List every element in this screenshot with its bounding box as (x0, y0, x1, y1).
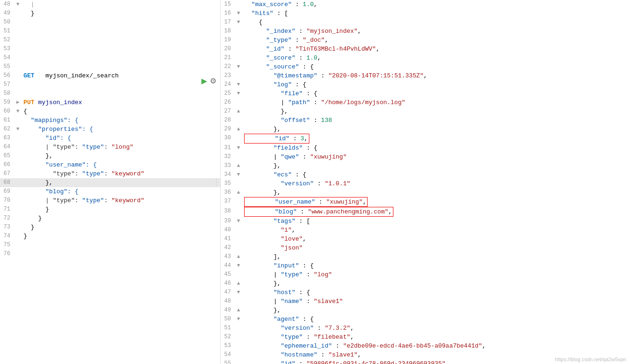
left-line-68[interactable]: 68 }, (0, 178, 220, 187)
fold-gutter[interactable]: ▼ (235, 9, 242, 18)
left-line-50[interactable]: 50 (0, 18, 220, 27)
fold-gutter[interactable]: ▼ (14, 107, 22, 116)
right-line-46[interactable]: 46▲ }, (221, 279, 630, 288)
right-line-31[interactable]: 31▼ "fields" : { (221, 144, 630, 152)
right-line-45[interactable]: 45 | "type" : "log" (221, 270, 630, 279)
left-line-75[interactable]: 75 (0, 241, 220, 250)
right-line-25[interactable]: 25▼ "file" : { (221, 89, 630, 98)
fold-gutter[interactable]: ▼ (235, 261, 242, 270)
right-line-18[interactable]: 18 "_index" : "myjson_index", (221, 27, 630, 36)
right-line-41[interactable]: 41 "love", (221, 235, 630, 243)
line-number: 45 (221, 270, 235, 279)
left-line-65[interactable]: 65 }, (0, 152, 220, 160)
fold-gutter[interactable]: ▼ (235, 315, 242, 324)
left-line-53[interactable]: 53 (0, 45, 220, 53)
left-line-64[interactable]: 64 | "type": "type": "long" (0, 143, 220, 152)
right-line-44[interactable]: 44▼ "input" : { (221, 261, 630, 270)
right-line-36[interactable]: 36▲ }, (221, 188, 630, 197)
right-line-23[interactable]: 23 "@timestamp" : "2020-08-14T07:15:51.3… (221, 71, 630, 80)
right-line-38[interactable]: 38 "blog" : "www.panchengming.com", (221, 207, 630, 217)
left-line-58[interactable]: 58 (0, 89, 220, 98)
fold-gutter[interactable]: ▼ (14, 0, 22, 9)
right-line-26[interactable]: 26 | "path" : "/home/logs/myjson.log" (221, 98, 630, 107)
left-line-60[interactable]: 60▼{ (0, 107, 220, 116)
right-line-16[interactable]: 16▼ "hits" : [ (221, 9, 630, 18)
right-line-19[interactable]: 19 "_type" : "_doc", (221, 36, 630, 45)
left-line-76[interactable]: 76 (0, 250, 220, 258)
right-line-53[interactable]: 53 "ephemeral_id" : "e2dbe09e-edcd-4ae6-… (221, 341, 630, 350)
line-content: "_source" : { (242, 62, 630, 71)
left-line-62[interactable]: 62▼ "properties": { (0, 125, 220, 134)
right-line-52[interactable]: 52 "type" : "filebeat", (221, 333, 630, 341)
left-line-61[interactable]: 61 "mappings": { (0, 116, 220, 125)
left-line-70[interactable]: 70 | "type": "type": "keyword" (0, 196, 220, 205)
fold-gutter[interactable]: ▼ (14, 125, 22, 134)
right-line-15[interactable]: 15 "max_score" : 1.0, (221, 0, 630, 9)
right-line-48[interactable]: 48 | "name" : "slave1" (221, 297, 630, 306)
left-line-74[interactable]: 74} (0, 232, 220, 241)
left-line-66[interactable]: 66 "user_name": { (0, 160, 220, 169)
right-line-37[interactable]: 37 "user_name" : "xuwujing", (221, 197, 630, 207)
run-button[interactable]: ▶ (201, 76, 207, 85)
right-line-24[interactable]: 24▼ "log" : { (221, 80, 630, 89)
fold-gutter[interactable]: ▼ (235, 18, 242, 27)
right-line-17[interactable]: 17▼ { (221, 18, 630, 27)
right-line-47[interactable]: 47▼ "host" : { (221, 288, 630, 297)
vertical-dots[interactable]: ⋮ (213, 0, 220, 364)
fold-gutter[interactable]: ▲ (235, 252, 242, 261)
left-line-73[interactable]: 73 } (0, 223, 220, 232)
left-line-48[interactable]: 48▼ | (0, 0, 220, 9)
left-line-55[interactable]: 55 (0, 62, 220, 71)
right-line-39[interactable]: 39▼ "tags" : [ (221, 217, 630, 226)
right-line-22[interactable]: 22▼ "_source" : { (221, 62, 630, 71)
left-line-57[interactable]: 57 (0, 80, 220, 89)
left-line-59[interactable]: 59▶PUT myjson_index (0, 98, 220, 107)
left-line-52[interactable]: 52 (0, 36, 220, 45)
fold-gutter[interactable]: ▶ (14, 98, 22, 107)
right-line-42[interactable]: 42 "json" (221, 243, 630, 252)
fold-gutter[interactable]: ▲ (235, 188, 242, 197)
right-line-35[interactable]: 35 "version" : "1.0.1" (221, 179, 630, 188)
fold-gutter[interactable]: ▼ (235, 62, 242, 71)
right-line-28[interactable]: 28 "offset" : 138 (221, 116, 630, 125)
fold-gutter[interactable]: ▼ (235, 170, 242, 179)
line-number: 72 (0, 214, 14, 223)
right-line-30[interactable]: 30 "id" : 3, (221, 134, 630, 144)
left-panel[interactable]: 48▼ | 49 }50515253545556GET myjson_index… (0, 0, 221, 364)
fold-gutter[interactable]: ▲ (235, 306, 242, 315)
right-line-32[interactable]: 32 | "qwe" : "xuwujing" (221, 152, 630, 161)
line-content: | "type": "type": "long" (22, 143, 220, 152)
right-line-29[interactable]: 29▲ }, (221, 125, 630, 134)
right-line-27[interactable]: 27▲ }, (221, 107, 630, 116)
right-panel[interactable]: 15 "max_score" : 1.0,16▼ "hits" : [17▼ {… (221, 0, 630, 364)
fold-gutter[interactable]: ▼ (235, 288, 242, 297)
fold-gutter[interactable]: ▼ (235, 144, 242, 152)
right-line-34[interactable]: 34▼ "ecs" : { (221, 170, 630, 179)
right-line-49[interactable]: 49▲ }, (221, 306, 630, 315)
right-line-21[interactable]: 21 "_score" : 1.0, (221, 53, 630, 62)
left-line-69[interactable]: 69 "blog": { (0, 187, 220, 196)
left-line-67[interactable]: 67 "type": "type": "keyword" (0, 169, 220, 178)
right-line-43[interactable]: 43▲ ], (221, 252, 630, 261)
left-line-51[interactable]: 51 (0, 27, 220, 36)
line-content: | "path" : "/home/logs/myjson.log" (242, 98, 630, 107)
right-line-20[interactable]: 20 "_id" : "TinT63MBcl-h4PvhLdWV", (221, 45, 630, 53)
left-line-56[interactable]: 56GET myjson_index/_search (0, 71, 220, 80)
right-line-50[interactable]: 50▼ "agent" : { (221, 315, 630, 324)
fold-gutter[interactable]: ▲ (235, 125, 242, 134)
right-line-33[interactable]: 33▲ }, (221, 161, 630, 170)
right-line-51[interactable]: 51 "version" : "7.3.2", (221, 324, 630, 333)
fold-gutter[interactable]: ▲ (235, 279, 242, 288)
fold-gutter[interactable]: ▼ (235, 217, 242, 226)
left-line-54[interactable]: 54 (0, 53, 220, 62)
left-line-49[interactable]: 49 } (0, 9, 220, 18)
right-line-40[interactable]: 40 "i", (221, 226, 630, 235)
left-line-71[interactable]: 71 } (0, 205, 220, 214)
line-content: }, (22, 152, 220, 160)
fold-gutter[interactable]: ▼ (235, 80, 242, 89)
fold-gutter[interactable]: ▲ (235, 107, 242, 116)
left-line-63[interactable]: 63 "id": { (0, 134, 220, 143)
fold-gutter[interactable]: ▼ (235, 89, 242, 98)
left-line-72[interactable]: 72 } (0, 214, 220, 223)
fold-gutter[interactable]: ▲ (235, 161, 242, 170)
